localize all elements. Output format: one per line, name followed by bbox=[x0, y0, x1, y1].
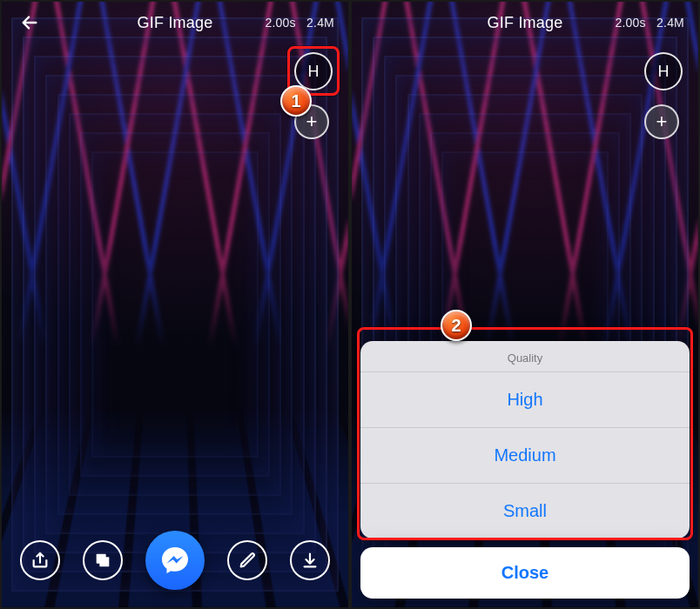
share-button[interactable] bbox=[20, 540, 60, 580]
add-button[interactable]: + bbox=[644, 104, 679, 139]
quality-close-button[interactable]: Close bbox=[360, 547, 690, 599]
layers-icon bbox=[93, 551, 112, 570]
size-text: 2.4M bbox=[306, 16, 334, 30]
header-meta: 2.00s 2.4M bbox=[616, 16, 684, 30]
messenger-icon bbox=[159, 545, 191, 576]
header: GIF Image 2.00s 2.4M bbox=[352, 2, 698, 44]
quality-option-high[interactable]: High bbox=[360, 371, 690, 427]
quality-sheet: Quality High Medium Small bbox=[360, 341, 690, 539]
quality-sheet-wrap: Quality High Medium Small Close bbox=[360, 341, 690, 599]
duration-text: 2.00s bbox=[616, 16, 646, 30]
back-button[interactable] bbox=[16, 9, 44, 37]
edit-button[interactable] bbox=[227, 540, 267, 580]
arrow-left-icon bbox=[20, 13, 39, 32]
pencil-icon bbox=[238, 551, 257, 570]
screen-left: GIF Image 2.00s 2.4M H + 1 bbox=[2, 2, 348, 607]
plus-icon: + bbox=[656, 110, 668, 133]
bottom-toolbar bbox=[2, 531, 348, 590]
quality-letter: H bbox=[658, 63, 670, 81]
header: GIF Image 2.00s 2.4M bbox=[2, 2, 348, 44]
size-text: 2.4M bbox=[656, 16, 684, 30]
callout-1: 1 bbox=[280, 85, 312, 117]
svg-rect-1 bbox=[99, 557, 109, 566]
quality-button[interactable]: H bbox=[644, 52, 683, 90]
download-button[interactable] bbox=[290, 540, 330, 580]
plus-icon: + bbox=[306, 110, 318, 133]
header-meta: 2.00s 2.4M bbox=[266, 16, 334, 30]
quality-button[interactable]: H bbox=[294, 52, 333, 90]
layers-button[interactable] bbox=[83, 540, 123, 580]
quality-sheet-title: Quality bbox=[360, 341, 690, 371]
callout-2: 2 bbox=[441, 310, 472, 341]
download-icon bbox=[300, 551, 320, 570]
share-icon bbox=[30, 551, 50, 570]
screen-right: GIF Image 2.00s 2.4M H + Quality High Me… bbox=[352, 2, 698, 607]
quality-letter: H bbox=[308, 63, 320, 81]
quality-option-medium[interactable]: Medium bbox=[360, 427, 690, 483]
duration-text: 2.00s bbox=[266, 16, 296, 30]
messenger-button[interactable] bbox=[145, 531, 205, 590]
quality-option-small[interactable]: Small bbox=[360, 483, 690, 539]
